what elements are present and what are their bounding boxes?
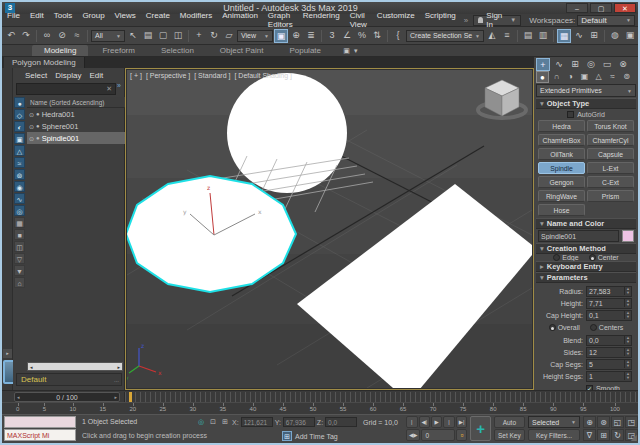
viewcube[interactable]: [478, 80, 526, 118]
filter-xrefs-icon[interactable]: ◉: [14, 181, 25, 192]
chevron-down-icon[interactable]: ▾: [354, 47, 358, 55]
lights-category-icon[interactable]: ◑: [564, 71, 577, 83]
explorer-row-hedra001[interactable]: ⊙ ● Hedra001: [27, 108, 125, 120]
close-button[interactable]: ✕: [614, 3, 636, 13]
zoom-all-icon[interactable]: ⊛: [597, 416, 610, 428]
select-rotate-icon[interactable]: ↻: [207, 29, 221, 43]
render-setup-icon[interactable]: ◍: [608, 29, 622, 43]
window-crossing-icon[interactable]: ◫: [171, 29, 185, 43]
macro-recorder-pane[interactable]: [4, 416, 76, 428]
go-to-start-button[interactable]: |◀: [406, 416, 418, 428]
explorer-row-spindle001[interactable]: ⊙ ● Spindle001: [27, 132, 125, 144]
display-tab-icon[interactable]: ▭: [600, 58, 614, 71]
spacewarps-category-icon[interactable]: ≈: [606, 71, 619, 83]
explorer-hscrollbar[interactable]: ◂ ▸: [27, 362, 123, 371]
x-coordinate-field[interactable]: 121,621: [241, 417, 273, 427]
object-type-prism-button[interactable]: Prism: [587, 190, 634, 202]
perspective-viewport[interactable]: z x y x: [125, 68, 534, 390]
param-spinner-field[interactable]: 0,0 ▲▼: [586, 335, 632, 346]
motion-tab-icon[interactable]: ◎: [584, 58, 598, 71]
zoom-extents-icon[interactable]: ◱: [611, 416, 624, 428]
select-link-icon[interactable]: ∞: [40, 29, 54, 43]
next-frame-icon[interactable]: ▸: [114, 394, 117, 400]
object-type-l-ext-button[interactable]: L-Ext: [587, 162, 634, 174]
sign-in-button[interactable]: Sign In ▼: [473, 15, 521, 26]
object-type-torus-knot-button[interactable]: Torus Knot: [587, 120, 634, 132]
polygon-modeling-tab[interactable]: Polygon Modeling: [4, 57, 85, 68]
object-color-swatch[interactable]: [622, 230, 634, 242]
viewport-view-menu[interactable]: [ Perspective ]: [146, 72, 190, 79]
explorer-row-sphere001[interactable]: ⊙ ● Sphere001: [27, 120, 125, 132]
explorer-menu-display[interactable]: Display: [55, 71, 81, 80]
object-type-rollout-header[interactable]: ▾ Object Type: [536, 98, 636, 109]
snap-toggle-3d-icon[interactable]: 3: [325, 29, 339, 43]
mirror-icon[interactable]: ◭: [485, 29, 499, 43]
creation-method-edge-radio[interactable]: Edge: [553, 254, 578, 261]
selection-lock-icon[interactable]: ◎: [196, 417, 206, 427]
current-frame-field[interactable]: 0: [421, 429, 455, 441]
hedra-object[interactable]: [297, 184, 532, 388]
object-type-chamferbox-button[interactable]: ChamferBox: [538, 134, 585, 146]
scroll-right-icon[interactable]: ▸: [117, 364, 120, 370]
menu-overflow-icon[interactable]: »: [461, 16, 471, 25]
pan-icon[interactable]: ⊞: [597, 429, 610, 441]
systems-category-icon[interactable]: ⊚: [620, 71, 633, 83]
filter-shapes-icon[interactable]: ◇: [14, 109, 25, 120]
ribbon-tab-freeform[interactable]: Freeform: [90, 45, 146, 56]
toggle-scene-explorer-icon[interactable]: ▦: [557, 29, 571, 43]
set-keys-button[interactable]: +: [470, 416, 490, 441]
ribbon-tab-selection[interactable]: Selection: [149, 45, 206, 56]
play-button[interactable]: ▶: [431, 416, 442, 428]
zoom-extents-all-icon[interactable]: ◳: [625, 416, 638, 428]
name-color-rollout-header[interactable]: ▾ Name and Color: [536, 218, 636, 229]
go-to-end-button[interactable]: ▶|: [456, 416, 468, 428]
param-spinner-field[interactable]: 12 ▲▼: [586, 347, 632, 358]
select-move-icon[interactable]: +: [192, 29, 206, 43]
ribbon-tab-object-paint[interactable]: Object Paint: [208, 45, 276, 56]
use-pivot-center-icon[interactable]: ▣: [274, 29, 288, 43]
select-by-name-icon[interactable]: ▤: [141, 29, 155, 43]
ribbon-tab-modeling[interactable]: Modeling: [32, 45, 88, 56]
visibility-eye-icon[interactable]: ⊙: [29, 123, 34, 130]
bind-spacewarp-icon[interactable]: ≈: [70, 29, 84, 43]
clear-search-icon[interactable]: ✕: [103, 85, 115, 93]
timeline-ruler[interactable]: 0510152025303540455055606570758085909510…: [2, 402, 638, 414]
spinner-snap-icon[interactable]: ⇅: [370, 29, 384, 43]
geometry-category-icon[interactable]: ●: [536, 71, 549, 83]
object-type-oiltank-button[interactable]: OilTank: [538, 148, 585, 160]
redo-icon[interactable]: ↷: [19, 29, 33, 43]
autogrid-checkbox[interactable]: [567, 111, 574, 118]
explorer-menu-edit[interactable]: Edit: [89, 71, 103, 80]
select-object-icon[interactable]: ↖: [126, 29, 140, 43]
category-dropdown[interactable]: Extended Primitives ▼: [536, 84, 636, 97]
viewport-renderer-menu[interactable]: [ Standard ]: [194, 72, 230, 79]
filter-spacewarps-icon[interactable]: ≈: [14, 157, 25, 168]
object-type-ringwave-button[interactable]: RingWave: [538, 190, 585, 202]
spinner-arrows-icon[interactable]: ▲▼: [624, 311, 631, 319]
rendered-frame-window-icon[interactable]: ▣: [623, 29, 637, 43]
object-name-field[interactable]: [538, 230, 619, 242]
spinner-arrows-icon[interactable]: ▲▼: [624, 299, 631, 307]
next-frame-button[interactable]: |▶: [443, 416, 455, 428]
orbit-icon[interactable]: ↻: [611, 429, 624, 441]
blend-mode-overall-radio[interactable]: Overall: [549, 324, 580, 331]
spinner-arrows-icon[interactable]: ▲▼: [624, 360, 631, 368]
unlink-selection-icon[interactable]: ⊘: [55, 29, 69, 43]
keyboard-entry-rollout-header[interactable]: ▸ Keyboard Entry: [536, 261, 636, 272]
explorer-grip-icon[interactable]: »: [117, 82, 121, 89]
param-spinner-field[interactable]: 5 ▲▼: [586, 359, 632, 370]
more-dots-icon[interactable]: ...: [114, 374, 121, 386]
named-selection-sets-icon[interactable]: {: [391, 29, 405, 43]
filter-helpers-icon[interactable]: △: [14, 145, 25, 156]
object-type-spindle-button[interactable]: Spindle: [538, 162, 585, 174]
explorer-search-input[interactable]: [17, 84, 103, 94]
explorer-column-header[interactable]: Name (Sorted Ascending): [27, 97, 125, 108]
filter-bones-icon[interactable]: ∿: [14, 193, 25, 204]
workspaces-dropdown[interactable]: Default ▼: [577, 15, 635, 26]
filter-groups-icon[interactable]: ⊚: [14, 169, 25, 180]
angle-snap-icon[interactable]: ∠: [340, 29, 354, 43]
align-icon[interactable]: ≡: [500, 29, 514, 43]
time-tag-icon[interactable]: ⊞: [282, 431, 292, 441]
curve-editor-icon[interactable]: ∿: [572, 29, 586, 43]
y-coordinate-field[interactable]: 67,936: [283, 417, 315, 427]
